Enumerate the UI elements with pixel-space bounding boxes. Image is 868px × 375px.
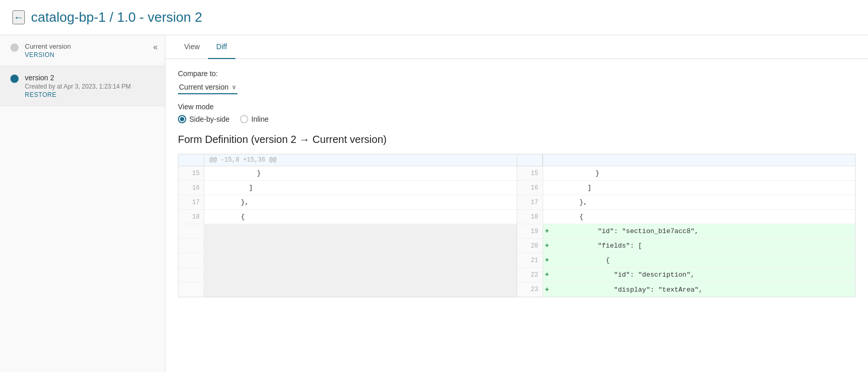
diff-code-left: {	[204, 210, 517, 224]
diff-cell-right: 22 + "id": "description",	[517, 268, 856, 282]
diff-line-num-right: 22	[517, 268, 543, 282]
diff-line-num-right: 15	[517, 166, 543, 180]
version-info-current: Current version VERSION	[25, 42, 71, 59]
diff-row: 21 + {	[178, 253, 855, 268]
sidebar: « Current version VERSION version 2 Crea…	[0, 35, 166, 372]
diff-cell-left	[178, 239, 517, 253]
diff-line-num-left	[178, 253, 204, 267]
tab-diff[interactable]: Diff	[208, 35, 235, 59]
diff-code-left: ]	[204, 181, 517, 195]
version-info-v2: version 2 Created by at Apr 3, 2023, 1:2…	[25, 74, 131, 98]
diff-cell-left	[178, 282, 517, 297]
diff-table: @@ -15,8 +15,36 @@ 15 } 15 } 16	[178, 154, 856, 297]
hunk-header-row: @@ -15,8 +15,36 @@	[178, 154, 855, 166]
version2-name: version 2	[25, 74, 131, 82]
diff-code-left: }	[204, 166, 517, 180]
compare-value: Current version	[179, 83, 229, 91]
page-header: ← catalog-bp-1 / 1.0 - version 2	[0, 0, 868, 35]
diff-sign: +	[543, 268, 553, 282]
radio-circle-inline	[240, 115, 248, 123]
diff-placeholder	[204, 268, 517, 282]
radio-label-side-by-side: Side-by-side	[189, 115, 230, 123]
hunk-num-right	[517, 154, 543, 166]
diff-line-num-left	[178, 268, 204, 282]
diff-sign: +	[543, 239, 553, 253]
collapse-icon: «	[153, 42, 158, 51]
diff-row: 16 ] 16 ]	[178, 181, 855, 195]
diff-line-num-right: 23	[517, 282, 543, 297]
diff-line-num-left	[178, 282, 204, 297]
version-item-v2: version 2 Created by at Apr 3, 2023, 1:2…	[0, 66, 165, 106]
compare-section: Compare to: Current version ∨	[178, 69, 856, 94]
main-layout: « Current version VERSION version 2 Crea…	[0, 35, 868, 372]
diff-cell-right: 19 + "id": "section_b1e7acc8",	[517, 224, 856, 238]
back-icon: ←	[13, 11, 24, 23]
hunk-info-right	[543, 154, 856, 166]
diff-row: 19 + "id": "section_b1e7acc8",	[178, 224, 855, 239]
diff-cell-right: 20 + "fields": [	[517, 239, 856, 253]
version2-restore-link[interactable]: RESTORE	[25, 91, 131, 98]
diff-sign: +	[543, 253, 553, 267]
diff-row: 20 + "fields": [	[178, 239, 855, 253]
diff-code-right: "id": "description",	[553, 268, 856, 282]
diff-line-num-right: 19	[517, 224, 543, 238]
hunk-info-text: @@ -15,8 +15,36 @@	[209, 156, 277, 164]
diff-code-left: },	[204, 195, 517, 209]
diff-line-num-right: 21	[517, 253, 543, 267]
diff-row: 17 }, 17 },	[178, 195, 855, 210]
diff-line-num-right: 18	[517, 210, 543, 224]
compare-dropdown[interactable]: Current version ∨	[178, 81, 237, 94]
diff-rows-container: 15 } 15 } 16 ] 16 ] 17	[178, 166, 855, 297]
diff-code-right: "id": "section_b1e7acc8",	[553, 224, 856, 238]
diff-line-num-left: 16	[178, 181, 204, 195]
diff-line-num-left: 15	[178, 166, 204, 180]
diff-line-num-left	[178, 239, 204, 253]
view-mode-radio-group: Side-by-side Inline	[178, 115, 856, 123]
version-dot-current	[10, 44, 19, 52]
hunk-info-left: @@ -15,8 +15,36 @@	[204, 154, 517, 166]
diff-cell-left: 17 },	[178, 195, 517, 209]
diff-row: 22 + "id": "description",	[178, 268, 855, 282]
compare-label: Compare to:	[178, 69, 856, 78]
diff-line-num-right: 17	[517, 195, 543, 209]
diff-line-num-left: 18	[178, 210, 204, 224]
diff-cell-right: 15 }	[517, 166, 856, 180]
diff-line-num-left	[178, 224, 204, 238]
radio-side-by-side[interactable]: Side-by-side	[178, 115, 230, 123]
diff-cell-left	[178, 253, 517, 267]
diff-row: 18 { 18 {	[178, 210, 855, 224]
page-title: catalog-bp-1 / 1.0 - version 2	[31, 9, 202, 25]
diff-line-num-right: 16	[517, 181, 543, 195]
diff-line-num-left: 17	[178, 195, 204, 209]
diff-cell-right: 16 ]	[517, 181, 856, 195]
diff-placeholder	[204, 239, 517, 253]
diff-cell-left	[178, 224, 517, 238]
diff-row: 15 } 15 }	[178, 166, 855, 181]
diff-cell-right: 18 {	[517, 210, 856, 224]
diff-title: Form Definition (version 2 → Current ver…	[178, 134, 856, 146]
right-panel: View Diff Compare to: Current version ∨ …	[166, 35, 868, 372]
version-item-current: Current version VERSION	[0, 35, 165, 66]
diff-placeholder	[204, 253, 517, 267]
current-version-label: Current version	[25, 42, 71, 50]
diff-code-right: ]	[543, 181, 856, 195]
tabs-bar: View Diff	[166, 35, 868, 59]
view-mode-label: View mode	[178, 103, 856, 111]
view-mode-section: View mode Side-by-side Inline	[178, 103, 856, 123]
radio-inline[interactable]: Inline	[240, 115, 268, 123]
diff-code-right: {	[543, 210, 856, 224]
diff-placeholder	[204, 282, 517, 297]
sidebar-collapse-button[interactable]: «	[151, 40, 160, 54]
diff-cell-left: 18 {	[178, 210, 517, 224]
version2-meta: Created by at Apr 3, 2023, 1:23:14 PM	[25, 83, 131, 90]
diff-line-num-right: 20	[517, 239, 543, 253]
radio-circle-side-by-side	[178, 115, 186, 123]
hunk-num-left	[178, 154, 204, 166]
diff-cell-right: 17 },	[517, 195, 856, 209]
tab-view[interactable]: View	[176, 35, 208, 59]
diff-code-right: {	[553, 253, 856, 267]
current-version-link[interactable]: VERSION	[25, 51, 71, 59]
diff-cell-left: 16 ]	[178, 181, 517, 195]
diff-code-right: }	[543, 166, 856, 180]
back-button[interactable]: ←	[12, 10, 25, 24]
